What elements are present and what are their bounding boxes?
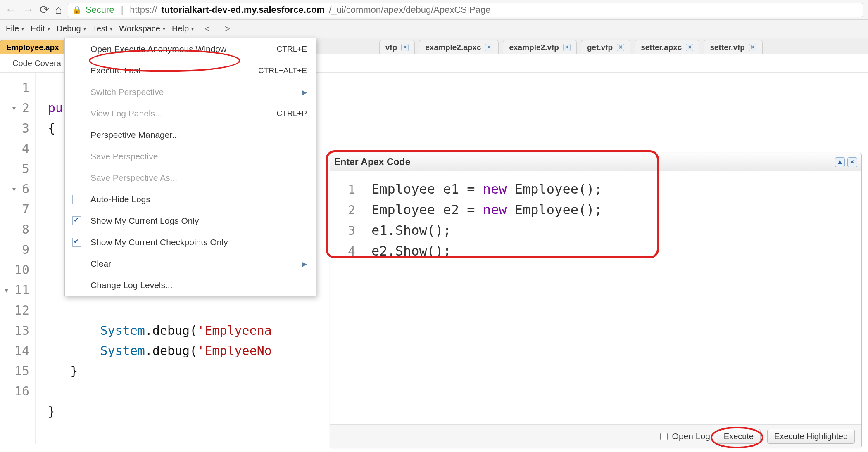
- menu-shortcut: CTRL+E: [277, 45, 307, 54]
- exec-panel-titlebar[interactable]: Enter Apex Code ▲ ×: [330, 153, 861, 171]
- nav-prev[interactable]: <: [197, 24, 217, 34]
- close-icon[interactable]: ×: [847, 157, 857, 167]
- submenu-icon: ▶: [302, 260, 307, 268]
- debug-menu-dropdown: Open Execute Anonymous WindowCTRL+EExecu…: [64, 38, 316, 296]
- close-icon[interactable]: ×: [617, 44, 624, 51]
- close-icon[interactable]: ×: [401, 44, 409, 51]
- exec-code-area[interactable]: Employee e1 = new Employee();Employee e2…: [362, 171, 861, 424]
- exec-panel-footer: Open Log Execute Execute Highlighted: [330, 425, 861, 448]
- debug-menu-item: Save Perspective: [65, 146, 316, 167]
- secure-label: Secure: [86, 5, 114, 15]
- menu-test[interactable]: Test▾: [89, 20, 116, 38]
- tab-setter-apxc[interactable]: setter.apxc ×: [635, 40, 699, 54]
- menu-item-label: Change Log Levels...: [90, 280, 172, 290]
- open-log-input[interactable]: [660, 433, 668, 440]
- tab-example2-vfp[interactable]: example2.vfp ×: [503, 40, 576, 54]
- menu-item-label: Open Execute Anonymous Window: [90, 44, 226, 54]
- menu-item-label: View Log Panels...: [90, 109, 162, 118]
- checkbox-icon[interactable]: [72, 238, 81, 247]
- reload-button[interactable]: ⟳: [40, 4, 49, 16]
- menu-item-label: Switch Perspective: [90, 87, 164, 97]
- debug-menu-item[interactable]: Open Execute Anonymous WindowCTRL+E: [65, 38, 316, 60]
- close-icon[interactable]: ×: [563, 44, 571, 51]
- tab-example2-apxc[interactable]: example2.apxc ×: [419, 40, 499, 54]
- menu-item-label: Show My Current Checkpoints Only: [90, 237, 228, 247]
- tab-vfp[interactable]: vfp ×: [379, 40, 415, 54]
- menu-item-label: Execute Last: [90, 66, 140, 76]
- menu-file[interactable]: File▾: [2, 20, 27, 38]
- close-icon[interactable]: ×: [485, 44, 492, 51]
- close-icon[interactable]: ×: [686, 44, 693, 51]
- debug-menu-item[interactable]: Show My Current Logs Only: [65, 210, 316, 232]
- open-log-checkbox[interactable]: Open Log: [659, 431, 710, 441]
- menu-shortcut: CTRL+P: [277, 109, 307, 118]
- forward-button: →: [22, 4, 34, 16]
- close-icon[interactable]: ×: [749, 44, 756, 51]
- debug-menu-item[interactable]: Auto-Hide Logs: [65, 189, 316, 210]
- menu-item-label: Clear: [90, 259, 111, 269]
- execute-highlighted-button[interactable]: Execute Highlighted: [767, 429, 855, 444]
- execute-button[interactable]: Execute: [717, 429, 761, 444]
- menu-bar: File▾ Edit▾ Debug▾ Test▾ Workspace▾ Help…: [0, 20, 868, 38]
- debug-menu-item: View Log Panels...CTRL+P: [65, 103, 316, 124]
- back-button: ←: [5, 4, 17, 16]
- editor-gutter: 1▾2345▾678910▾111213141516: [0, 73, 36, 444]
- debug-menu-item[interactable]: Perspective Manager...: [65, 124, 316, 146]
- debug-menu-item: Switch Perspective▶: [65, 81, 316, 103]
- execute-anonymous-panel: Enter Apex Code ▲ × 1234 Employee e1 = n…: [330, 153, 862, 448]
- exec-panel-title: Enter Apex Code: [334, 156, 410, 168]
- menu-workspace[interactable]: Workspace▾: [116, 20, 169, 38]
- menu-item-label: Auto-Hide Logs: [90, 194, 150, 204]
- debug-menu-item: Save Perspective As...: [65, 167, 316, 189]
- debug-menu-item[interactable]: Change Log Levels...: [65, 275, 316, 296]
- menu-item-label: Save Perspective: [90, 151, 158, 161]
- address-bar[interactable]: 🔒 Secure | https://tutorialkart-dev-ed.m…: [68, 3, 863, 17]
- menu-shortcut: CTRL+ALT+E: [258, 66, 307, 75]
- debug-menu-item[interactable]: Clear▶: [65, 253, 316, 275]
- menu-edit[interactable]: Edit▾: [27, 20, 53, 38]
- url-path: /_ui/common/apex/debug/ApexCSIPage: [329, 5, 490, 15]
- url-protocol: https://: [130, 5, 157, 15]
- checkbox-icon[interactable]: [72, 216, 81, 225]
- menu-item-label: Show My Current Logs Only: [90, 216, 199, 226]
- menu-item-label: Save Perspective As...: [90, 173, 177, 183]
- nav-next[interactable]: >: [217, 24, 238, 34]
- menu-help[interactable]: Help▾: [169, 20, 197, 38]
- tab-setter-vfp[interactable]: setter.vfp ×: [704, 40, 762, 54]
- collapse-icon[interactable]: ▲: [835, 157, 845, 167]
- debug-menu-item[interactable]: Show My Current Checkpoints Only: [65, 232, 316, 253]
- lock-icon: 🔒: [72, 5, 81, 14]
- menu-item-label: Perspective Manager...: [90, 130, 179, 140]
- url-host: tutorialkart-dev-ed.my.salesforce.com: [161, 5, 325, 15]
- tab-employee-apx[interactable]: Employee.apx: [0, 40, 65, 54]
- debug-menu-item[interactable]: Execute LastCTRL+ALT+E: [65, 60, 316, 81]
- home-button[interactable]: ⌂: [55, 4, 62, 16]
- checkbox-icon[interactable]: [72, 195, 81, 204]
- browser-toolbar: ← → ⟳ ⌂ 🔒 Secure | https://tutorialkart-…: [0, 0, 868, 20]
- tab-get-vfp[interactable]: get.vfp ×: [581, 40, 630, 54]
- code-coverage-label: Code Covera: [12, 59, 61, 68]
- exec-gutter: 1234: [330, 171, 362, 424]
- menu-debug[interactable]: Debug▾: [53, 20, 89, 38]
- submenu-icon: ▶: [302, 88, 307, 96]
